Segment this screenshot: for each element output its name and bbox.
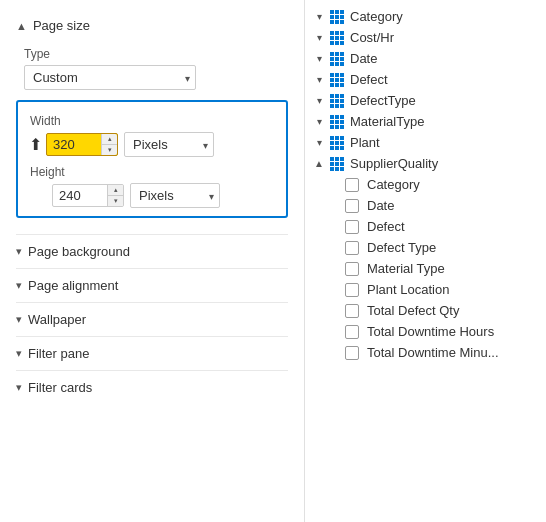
wallpaper-chevron-icon: ▾ xyxy=(16,313,22,326)
page-alignment-chevron-icon: ▾ xyxy=(16,279,22,292)
height-spin-down[interactable]: ▾ xyxy=(107,196,123,206)
height-row: ▴ ▾ Pixels Inches Centimeters ▾ xyxy=(30,183,274,208)
sub-item-defect[interactable]: Defect xyxy=(305,216,546,237)
dimension-box: Width ⬆ ▴ ▾ Pixels Inches Centimet xyxy=(16,100,288,218)
materialtype-label: MaterialType xyxy=(350,114,424,129)
page-alignment-section[interactable]: ▾ Page alignment xyxy=(0,271,304,300)
sub-date-checkbox[interactable] xyxy=(345,199,359,213)
filter-pane-label: Filter pane xyxy=(28,346,89,361)
type-select-wrapper: Custom Letter A4 A3 ▾ xyxy=(24,65,196,90)
tree-item-costhr[interactable]: ▾ Cost/Hr xyxy=(305,27,546,48)
defecttype-chevron-icon: ▾ xyxy=(313,95,325,106)
supplierquality-chevron-icon: ▲ xyxy=(313,158,325,169)
tree-item-defect[interactable]: ▾ Defect xyxy=(305,69,546,90)
type-label: Type xyxy=(24,47,288,61)
width-input-wrapper: ▴ ▾ xyxy=(46,133,118,156)
plant-label: Plant xyxy=(350,135,380,150)
divider-1 xyxy=(16,234,288,235)
tree-item-date[interactable]: ▾ Date xyxy=(305,48,546,69)
sub-plant-location-label: Plant Location xyxy=(367,282,449,297)
height-input-wrapper: ▴ ▾ xyxy=(52,184,124,207)
sub-defect-type-label: Defect Type xyxy=(367,240,436,255)
sub-total-downtime-hours-label: Total Downtime Hours xyxy=(367,324,494,339)
filter-pane-chevron-icon: ▾ xyxy=(16,347,22,360)
right-panel: ▾ Category ▾ Cost/Hr ▾ xyxy=(305,0,546,522)
tree-item-supplierquality[interactable]: ▲ SupplierQuality xyxy=(305,153,546,174)
sub-defect-type-checkbox[interactable] xyxy=(345,241,359,255)
category-table-icon xyxy=(329,10,345,24)
page-size-header[interactable]: ▲ Page size xyxy=(0,12,304,39)
sub-total-defect-qty-checkbox[interactable] xyxy=(345,304,359,318)
divider-5 xyxy=(16,370,288,371)
page-background-chevron-icon: ▾ xyxy=(16,245,22,258)
sub-item-material-type[interactable]: Material Type xyxy=(305,258,546,279)
type-select[interactable]: Custom Letter A4 A3 xyxy=(24,65,196,90)
divider-3 xyxy=(16,302,288,303)
divider-4 xyxy=(16,336,288,337)
filter-cards-chevron-icon: ▾ xyxy=(16,381,22,394)
supplierquality-label: SupplierQuality xyxy=(350,156,438,171)
defecttype-table-icon xyxy=(329,94,345,108)
sub-item-total-downtime-hours[interactable]: Total Downtime Hours xyxy=(305,321,546,342)
materialtype-table-icon xyxy=(329,115,345,129)
defect-chevron-icon: ▾ xyxy=(313,74,325,85)
defect-label: Defect xyxy=(350,72,388,87)
costhr-label: Cost/Hr xyxy=(350,30,394,45)
tree-item-defecttype[interactable]: ▾ DefectType xyxy=(305,90,546,111)
supplierquality-table-icon xyxy=(329,157,345,171)
materialtype-chevron-icon: ▾ xyxy=(313,116,325,127)
type-field-group: Type Custom Letter A4 A3 ▾ xyxy=(0,39,304,94)
sub-item-plant-location[interactable]: Plant Location xyxy=(305,279,546,300)
page-background-label: Page background xyxy=(28,244,130,259)
sub-item-category[interactable]: Category xyxy=(305,174,546,195)
filter-cards-section[interactable]: ▾ Filter cards xyxy=(0,373,304,402)
date-chevron-icon: ▾ xyxy=(313,53,325,64)
tree-item-plant[interactable]: ▾ Plant xyxy=(305,132,546,153)
height-unit-wrapper: Pixels Inches Centimeters ▾ xyxy=(130,183,220,208)
sub-item-total-downtime-minutes[interactable]: Total Downtime Minu... xyxy=(305,342,546,363)
filter-cards-label: Filter cards xyxy=(28,380,92,395)
sub-material-type-label: Material Type xyxy=(367,261,445,276)
page-size-section: ▲ Page size Type Custom Letter A4 A3 ▾ W… xyxy=(0,8,304,232)
wallpaper-section[interactable]: ▾ Wallpaper xyxy=(0,305,304,334)
width-unit-select[interactable]: Pixels Inches Centimeters xyxy=(124,132,214,157)
sub-item-date[interactable]: Date xyxy=(305,195,546,216)
costhr-table-icon xyxy=(329,31,345,45)
divider-2 xyxy=(16,268,288,269)
sub-plant-location-checkbox[interactable] xyxy=(345,283,359,297)
sub-total-downtime-minutes-checkbox[interactable] xyxy=(345,346,359,360)
page-size-chevron: ▲ xyxy=(16,20,27,32)
width-label: Width xyxy=(30,114,274,128)
sub-total-downtime-hours-checkbox[interactable] xyxy=(345,325,359,339)
category-label: Category xyxy=(350,9,403,24)
width-unit-wrapper: Pixels Inches Centimeters ▾ xyxy=(124,132,214,157)
left-panel: ▲ Page size Type Custom Letter A4 A3 ▾ W… xyxy=(0,0,305,522)
height-spin-buttons: ▴ ▾ xyxy=(107,185,123,206)
sub-date-label: Date xyxy=(367,198,394,213)
category-chevron-icon: ▾ xyxy=(313,11,325,22)
sub-material-type-checkbox[interactable] xyxy=(345,262,359,276)
cursor-arrow-icon: ⬆ xyxy=(29,135,42,154)
tree-item-materialtype[interactable]: ▾ MaterialType xyxy=(305,111,546,132)
tree-item-category[interactable]: ▾ Category xyxy=(305,6,546,27)
filter-pane-section[interactable]: ▾ Filter pane xyxy=(0,339,304,368)
defecttype-label: DefectType xyxy=(350,93,416,108)
costhr-chevron-icon: ▾ xyxy=(313,32,325,43)
sub-item-total-defect-qty[interactable]: Total Defect Qty xyxy=(305,300,546,321)
height-unit-select[interactable]: Pixels Inches Centimeters xyxy=(130,183,220,208)
sub-category-checkbox[interactable] xyxy=(345,178,359,192)
date-table-icon xyxy=(329,52,345,66)
page-size-label: Page size xyxy=(33,18,90,33)
sub-defect-label: Defect xyxy=(367,219,405,234)
width-spin-up[interactable]: ▴ xyxy=(101,134,117,145)
sub-defect-checkbox[interactable] xyxy=(345,220,359,234)
sub-item-defect-type[interactable]: Defect Type xyxy=(305,237,546,258)
width-spin-down[interactable]: ▾ xyxy=(101,145,117,155)
wallpaper-label: Wallpaper xyxy=(28,312,86,327)
height-spin-up[interactable]: ▴ xyxy=(107,185,123,196)
defect-table-icon xyxy=(329,73,345,87)
page-alignment-label: Page alignment xyxy=(28,278,118,293)
cursor-indicator: ⬆ xyxy=(30,136,40,154)
page-background-section[interactable]: ▾ Page background xyxy=(0,237,304,266)
sub-total-defect-qty-label: Total Defect Qty xyxy=(367,303,459,318)
